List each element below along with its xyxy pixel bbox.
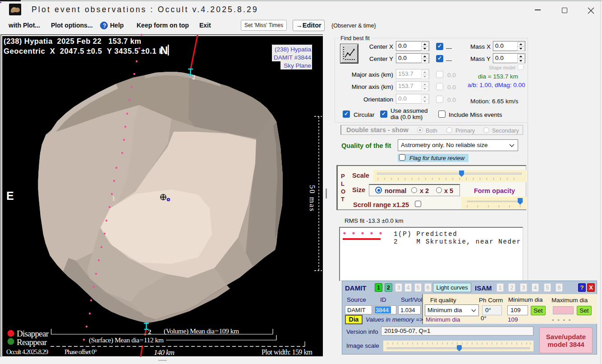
svg-text:Disappear: Disappear — [17, 329, 49, 338]
svg-text:Plot width: 159 km: Plot width: 159 km — [262, 348, 313, 356]
svg-text:(Volume) Mean dia = 109 km: (Volume) Mean dia = 109 km — [164, 327, 239, 335]
svg-text:E: E — [6, 189, 14, 202]
svg-text:N: N — [160, 44, 168, 56]
svg-text:Occult 4.2025.8.29: Occult 4.2025.8.29 — [6, 348, 48, 355]
svg-text:Geocentric X 2047.5 ±0.5 Y: Geocentric X 2047.5 ±0.5 Y 3435.5 ±0.1 k… — [4, 47, 170, 55]
svg-text:(Surface) Mean dia = 112 km: (Surface) Mean dia = 112 km — [89, 336, 164, 344]
svg-text:(238) Hypatia: (238) Hypatia — [275, 46, 312, 53]
svg-text:1: 1 — [112, 195, 115, 202]
svg-text:Phase offset 0°: Phase offset 0° — [64, 348, 97, 355]
svg-text:(238) Hypatia 2025 Feb 22 1: (238) Hypatia 2025 Feb 22 153.7 km — [4, 37, 141, 45]
svg-text:DAMIT #3844: DAMIT #3844 — [274, 54, 312, 61]
svg-text:140 km: 140 km — [154, 348, 175, 357]
svg-text:Sky Plane: Sky Plane — [284, 62, 311, 69]
svg-text:Reappear: Reappear — [17, 337, 47, 347]
svg-text:2: 2 — [192, 74, 196, 81]
